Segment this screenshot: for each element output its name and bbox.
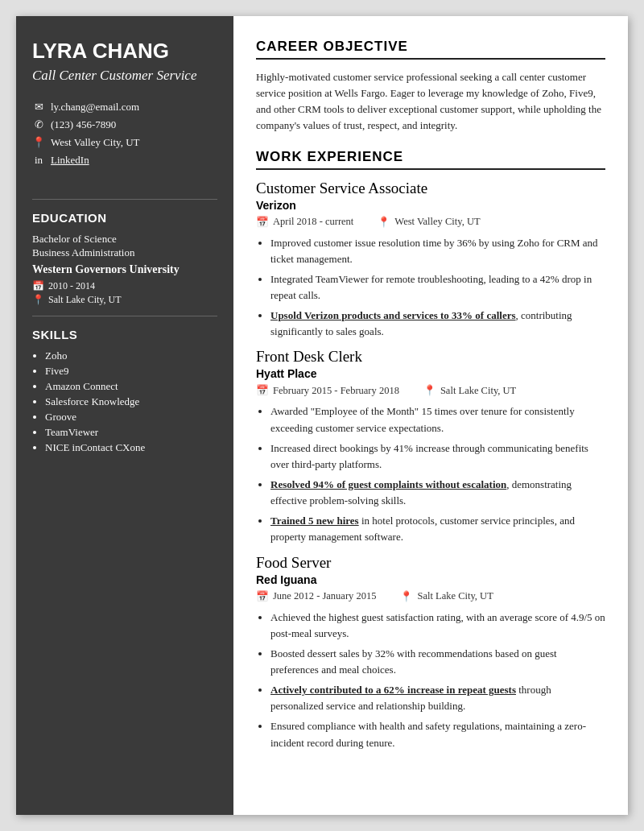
sidebar-divider-1 xyxy=(32,199,217,200)
job-1-location: 📍 West Valley City, UT xyxy=(378,216,480,229)
location-value: West Valley City, UT xyxy=(51,136,140,149)
contact-section: ✉ ly.chang@email.com ✆ (123) 456-7890 📍 … xyxy=(32,101,217,172)
job-3-bullet-1: Achieved the highest guest satisfaction … xyxy=(270,610,605,642)
job-2-meta: 📅 February 2015 - February 2018 📍 Salt L… xyxy=(256,384,605,397)
job-2-location: 📍 Salt Lake City, UT xyxy=(423,384,516,397)
candidate-name: LYRA CHANG xyxy=(32,39,217,64)
main-content: CAREER OBJECTIVE Highly-motivated custom… xyxy=(233,16,628,815)
job-3-meta: 📅 June 2012 - January 2015 📍 Salt Lake C… xyxy=(256,590,605,603)
career-objective-text: Highly-motivated customer service profes… xyxy=(256,69,605,134)
location-icon-2: 📍 xyxy=(423,384,436,397)
location-icon-1: 📍 xyxy=(378,216,390,229)
calendar-icon-3: 📅 xyxy=(256,590,269,603)
calendar-icon: 📅 xyxy=(32,280,44,292)
sidebar-divider-2 xyxy=(32,316,217,316)
location-icon-3: 📍 xyxy=(400,590,413,603)
calendar-icon-2: 📅 xyxy=(256,384,269,397)
job-1-company: Verizon xyxy=(256,199,605,212)
edu-degree: Bachelor of Science xyxy=(32,233,217,246)
skill-item: Amazon Connect xyxy=(45,380,217,393)
skill-item: Zoho xyxy=(45,349,217,362)
job-2: Front Desk Clerk Hyatt Place 📅 February … xyxy=(256,348,605,545)
job-2-title: Front Desk Clerk xyxy=(256,348,605,366)
edu-field: Business Administration xyxy=(32,246,217,259)
work-experience-title: WORK EXPERIENCE xyxy=(256,149,605,170)
job-3-bullets: Achieved the highest guest satisfaction … xyxy=(256,610,605,751)
job-1-bullet-3-underline: Upsold Verizon products and services to … xyxy=(270,309,516,321)
edu-school: Western Governors University xyxy=(32,263,217,277)
skill-item: Salesforce Knowledge xyxy=(45,395,217,408)
location-icon: 📍 xyxy=(32,136,45,149)
job-3-date: 📅 June 2012 - January 2015 xyxy=(256,590,376,603)
skill-item: Groove xyxy=(45,411,217,424)
linkedin-item[interactable]: in LinkedIn xyxy=(32,154,217,167)
skills-section: SKILLS Zoho Five9 Amazon Connect Salesfo… xyxy=(32,328,217,457)
job-3-bullet-2: Boosted dessert sales by 32% with recomm… xyxy=(270,646,605,678)
calendar-icon-1: 📅 xyxy=(256,216,269,229)
education-section: EDUCATION Bachelor of Science Business A… xyxy=(32,211,217,308)
edu-years: 📅 2010 - 2014 xyxy=(32,280,217,292)
job-1: Customer Service Associate Verizon 📅 Apr… xyxy=(256,180,605,341)
job-2-date: 📅 February 2015 - February 2018 xyxy=(256,384,399,397)
job-1-bullet-3: Upsold Verizon products and services to … xyxy=(270,308,605,340)
job-1-bullet-1: Improved customer issue resolution time … xyxy=(270,235,605,267)
job-2-bullet-4: Trained 5 new hires in hotel protocols, … xyxy=(270,513,605,545)
linkedin-icon: in xyxy=(32,154,45,167)
job-1-title: Customer Service Associate xyxy=(256,180,605,197)
job-2-bullet-3-underline: Resolved 94% of guest complaints without… xyxy=(270,478,506,490)
job-2-company: Hyatt Place xyxy=(256,367,605,380)
job-1-bullets: Improved customer issue resolution time … xyxy=(256,235,605,341)
phone-value: (123) 456-7890 xyxy=(51,118,116,131)
email-item: ✉ ly.chang@email.com xyxy=(32,101,217,114)
location-item: 📍 West Valley City, UT xyxy=(32,136,217,149)
phone-item: ✆ (123) 456-7890 xyxy=(32,118,217,131)
job-3-company: Red Iguana xyxy=(256,573,605,586)
skill-item: TeamViewer xyxy=(45,426,217,439)
skill-item: NICE inContact CXone xyxy=(45,441,217,454)
job-2-bullets: Awarded "Employee of the Month" 15 times… xyxy=(256,403,605,545)
job-3-title: Food Server xyxy=(256,554,605,572)
job-2-bullet-2: Increased direct bookings by 41% increas… xyxy=(270,440,605,473)
job-3-bullet-4: Ensured compliance with health and safet… xyxy=(270,718,605,750)
job-2-bullet-3: Resolved 94% of guest complaints without… xyxy=(270,477,605,509)
sidebar: LYRA CHANG Call Center Customer Service … xyxy=(16,16,233,815)
job-1-bullet-2: Integrated TeamViewer for remote trouble… xyxy=(270,271,605,304)
career-objective-title: CAREER OBJECTIVE xyxy=(256,39,605,60)
edu-city: 📍 Salt Lake City, UT xyxy=(32,294,217,306)
email-icon: ✉ xyxy=(32,101,45,114)
job-3-bullet-3-underline: Actively contributed to a 62% increase i… xyxy=(270,684,516,696)
resume-container: LYRA CHANG Call Center Customer Service … xyxy=(16,16,628,815)
linkedin-link[interactable]: LinkedIn xyxy=(51,154,89,167)
location-icon-edu: 📍 xyxy=(32,294,44,306)
skills-title: SKILLS xyxy=(32,328,217,341)
job-3-location: 📍 Salt Lake City, UT xyxy=(400,590,493,603)
job-3-bullet-3: Actively contributed to a 62% increase i… xyxy=(270,682,605,714)
email-value: ly.chang@email.com xyxy=(51,101,139,114)
candidate-title: Call Center Customer Service xyxy=(32,67,217,85)
education-title: EDUCATION xyxy=(32,211,217,225)
job-1-date: 📅 April 2018 - current xyxy=(256,216,353,229)
job-2-bullet-4-underline: Trained 5 new hires xyxy=(270,515,359,527)
job-1-meta: 📅 April 2018 - current 📍 West Valley Cit… xyxy=(256,216,605,229)
skill-item: Five9 xyxy=(45,365,217,378)
skills-list: Zoho Five9 Amazon Connect Salesforce Kno… xyxy=(32,349,217,454)
job-2-bullet-1: Awarded "Employee of the Month" 15 times… xyxy=(270,403,605,436)
phone-icon: ✆ xyxy=(32,118,45,131)
job-3: Food Server Red Iguana 📅 June 2012 - Jan… xyxy=(256,554,605,751)
